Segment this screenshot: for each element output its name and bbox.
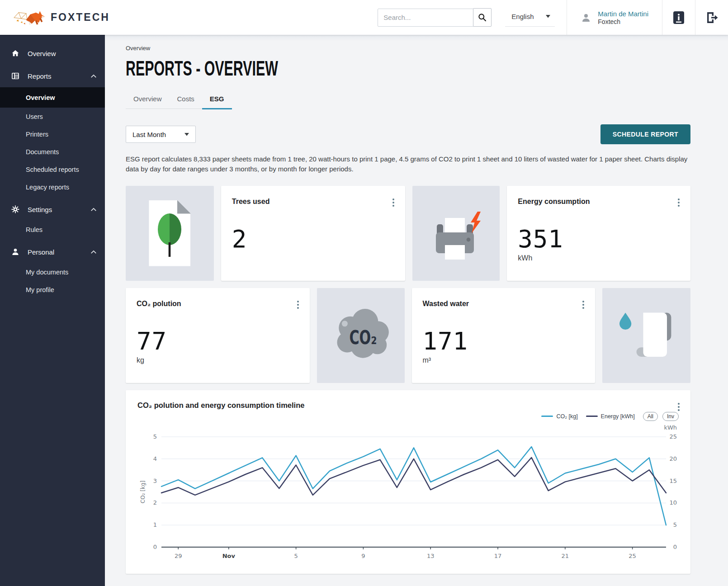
svg-text:13: 13 — [427, 553, 435, 559]
card-value: 2 — [232, 225, 394, 253]
main-content: Overview REPORTS - OVERVIEW Overview Cos… — [105, 35, 728, 586]
tile-printer — [412, 186, 500, 281]
card-co2: CO₂ polution 77 kg — [126, 288, 310, 383]
schedule-report-button[interactable]: SCHEDULE REPORT — [600, 124, 690, 144]
search-input[interactable] — [378, 9, 473, 27]
kebab-menu-button[interactable] — [296, 300, 300, 311]
home-icon — [11, 49, 20, 58]
language-value: English — [511, 13, 534, 20]
card-title: CO₂ polution — [137, 300, 299, 308]
tile-tree — [126, 186, 214, 281]
legend-item-energy[interactable]: Energy [kWh] — [586, 413, 635, 420]
sidebar-item-label: Documents — [26, 148, 59, 156]
sidebar-item-scheduled-reports[interactable]: Scheduled reports — [0, 161, 105, 178]
sidebar-group-label: Reports — [28, 72, 52, 80]
tree-icon — [153, 211, 186, 260]
svg-text:Nov: Nov — [222, 553, 236, 559]
legend-swatch-co2 — [541, 416, 553, 417]
sidebar-item-printers[interactable]: Printers — [0, 125, 105, 143]
help-manual-button[interactable] — [662, 0, 695, 35]
legend-label: Energy [kWh] — [601, 413, 635, 420]
legend-item-co2[interactable]: CO₂ [kg] — [541, 413, 577, 420]
sidebar-item-label: Rules — [26, 226, 43, 233]
kebab-icon — [582, 301, 584, 309]
chevron-up-icon — [90, 250, 97, 254]
sidebar-item-label: Overview — [26, 94, 55, 101]
sidebar-item-label: Users — [26, 113, 43, 120]
sidebar-item-my-profile[interactable]: My profile — [0, 281, 105, 298]
svg-text:9: 9 — [361, 553, 365, 559]
chevron-up-icon — [90, 208, 97, 212]
card-unit: kg — [137, 356, 299, 364]
tab-overview[interactable]: Overview — [126, 90, 170, 109]
timeline-chart: 0123450510152025kWhCO₂ [kg]29Nov59131721… — [137, 423, 679, 567]
tab-costs[interactable]: Costs — [170, 90, 202, 109]
search-group — [378, 0, 492, 35]
user-name: Martin de Martini — [598, 9, 648, 19]
svg-text:CO₂ [kg]: CO₂ [kg] — [140, 480, 146, 503]
brand-logo[interactable]: FOXTECH — [0, 7, 110, 28]
sidebar-item-reports-overview[interactable]: Overview — [0, 87, 105, 108]
sidebar-item-rules[interactable]: Rules — [0, 221, 105, 238]
sidebar-item-overview[interactable]: Overview — [0, 42, 105, 65]
user-company: Foxtech — [598, 18, 648, 25]
card-value: 351 — [518, 225, 680, 253]
svg-text:25: 25 — [629, 553, 636, 559]
sidebar-item-my-documents[interactable]: My documents — [0, 263, 105, 281]
sidebar-item-label: My documents — [26, 269, 68, 276]
sidebar-group-label: Personal — [28, 248, 54, 256]
kebab-icon — [678, 198, 680, 207]
toggle-inv-button[interactable]: Inv — [662, 412, 679, 421]
info-book-icon — [672, 10, 685, 25]
svg-text:3: 3 — [153, 477, 157, 484]
svg-text:0: 0 — [153, 543, 157, 550]
kebab-menu-button[interactable] — [581, 300, 585, 311]
kebab-menu-button[interactable] — [677, 402, 681, 413]
chart-title: CO₂ polution and energy consumption time… — [137, 401, 679, 410]
user-menu[interactable]: Martin de Martini Foxtech — [567, 0, 662, 35]
period-select[interactable]: Last Month — [126, 126, 196, 143]
svg-text:17: 17 — [494, 553, 502, 559]
svg-text:1: 1 — [153, 521, 157, 528]
sidebar-item-users[interactable]: Users — [0, 108, 105, 125]
search-button[interactable] — [473, 8, 492, 27]
breadcrumb[interactable]: Overview — [126, 45, 690, 52]
sidebar: Overview Reports Overview Users Printers… — [0, 35, 105, 586]
legend-label: CO₂ [kg] — [556, 413, 577, 420]
sidebar-item-label: Scheduled reports — [26, 166, 79, 173]
svg-text:5: 5 — [294, 553, 298, 559]
sidebar-item-legacy-reports[interactable]: Legacy reports — [0, 178, 105, 196]
sidebar-group-reports[interactable]: Reports — [0, 65, 105, 87]
svg-text:29: 29 — [175, 553, 182, 559]
logout-button[interactable] — [695, 0, 728, 35]
svg-text:21: 21 — [562, 553, 569, 559]
sidebar-group-settings[interactable]: Settings — [0, 198, 105, 221]
svg-text:kWh: kWh — [664, 424, 677, 431]
chart-legend: CO₂ [kg] Energy [kWh] All Inv — [137, 411, 679, 421]
brand-text: FOXTECH — [51, 11, 110, 24]
toggle-all-button[interactable]: All — [643, 412, 658, 421]
sidebar-item-label: Legacy reports — [26, 184, 69, 191]
card-value: 171 — [423, 327, 585, 355]
language-select[interactable]: English — [505, 9, 555, 27]
sidebar-item-label: Printers — [26, 131, 48, 138]
card-energy: Energy consumption 351 kWh — [507, 186, 690, 281]
printer-image — [428, 205, 484, 261]
card-title: Trees used — [232, 198, 394, 206]
legend-swatch-energy — [586, 416, 598, 417]
co2-cloud-label: CO₂ — [350, 326, 377, 348]
svg-text:15: 15 — [669, 477, 677, 484]
card-title: Energy consumption — [518, 198, 680, 206]
tab-esg[interactable]: ESG — [202, 90, 232, 109]
user-avatar-icon — [581, 12, 591, 23]
gear-icon — [11, 205, 20, 214]
sidebar-group-personal[interactable]: Personal — [0, 241, 105, 263]
tile-paper-roll — [602, 288, 690, 383]
sidebar-item-documents[interactable]: Documents — [0, 143, 105, 161]
kebab-menu-button[interactable] — [392, 198, 395, 209]
card-unit: m³ — [423, 356, 585, 364]
kebab-icon — [678, 403, 680, 411]
search-icon — [477, 13, 487, 22]
card-title: Wasted water — [423, 300, 585, 308]
kebab-menu-button[interactable] — [677, 198, 681, 209]
